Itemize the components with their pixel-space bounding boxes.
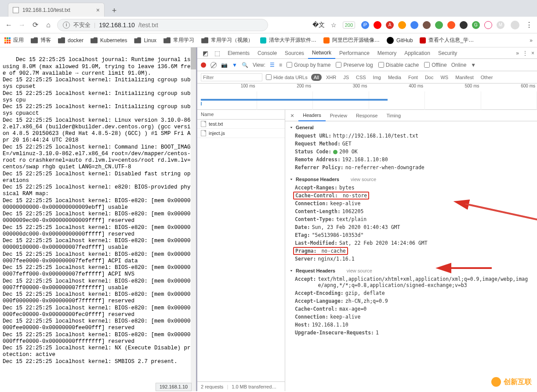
device-toggle-icon[interactable]: ⬚: [212, 50, 223, 57]
devtools-tab-performance[interactable]: Performance: [335, 47, 374, 59]
request-item[interactable]: inject.js: [197, 129, 285, 138]
bookmark-item[interactable]: 博客: [31, 36, 51, 44]
close-detail-icon[interactable]: ×: [287, 112, 298, 119]
devtools-menu-icon[interactable]: ⋮: [522, 50, 528, 56]
bookmark-item[interactable]: 查看个人信息_学…: [420, 36, 474, 44]
toolbar-checkbox[interactable]: Offline: [424, 62, 446, 68]
filter-type-doc[interactable]: Doc: [422, 74, 436, 81]
detail-tab-preview[interactable]: Preview: [326, 110, 352, 121]
extension-icon[interactable]: G: [472, 21, 480, 29]
filter-type-manifest[interactable]: Manifest: [453, 74, 476, 81]
new-tab-button[interactable]: +: [108, 4, 120, 17]
filter-type-img[interactable]: Img: [370, 74, 384, 81]
bookmark-item[interactable]: GitHub: [387, 37, 413, 44]
translate-icon[interactable]: �文: [312, 21, 325, 29]
star-icon[interactable]: ☆: [331, 22, 337, 29]
waterfall-icon[interactable]: ≡: [279, 62, 282, 68]
extension-icon[interactable]: [435, 21, 443, 29]
devtools-tab-memory[interactable]: Memory: [374, 47, 400, 59]
throttle-dropdown-icon[interactable]: ▼: [471, 62, 476, 68]
extension-icon[interactable]: [460, 21, 468, 29]
filter-type-font[interactable]: Font: [406, 74, 421, 81]
devtools-tab-network[interactable]: Network: [308, 47, 335, 59]
filter-type-media[interactable]: Media: [385, 74, 404, 81]
bookmark-item[interactable]: 常用学习: [163, 36, 194, 44]
profile-icon[interactable]: [511, 21, 519, 29]
extension-icon[interactable]: [410, 21, 418, 29]
close-devtools-icon[interactable]: ×: [531, 50, 534, 56]
extension-icon[interactable]: [423, 21, 431, 29]
browser-tab[interactable]: 192.168.1.10/test.txt ×: [8, 3, 105, 17]
filter-type-all[interactable]: All: [311, 74, 322, 81]
bookmark-item[interactable]: Kubernetes: [91, 37, 127, 44]
page-content[interactable]: Dec 15 22:25:25 localhost journal: Runti…: [0, 47, 196, 391]
view-source-link[interactable]: view source: [351, 177, 376, 182]
section-general[interactable]: General: [285, 123, 537, 132]
extension-icon[interactable]: [484, 21, 492, 29]
devtools-tab-application[interactable]: Application: [400, 47, 434, 59]
devtools-tab-console[interactable]: Console: [254, 47, 281, 59]
search-icon[interactable]: 🔍: [242, 62, 248, 68]
filter-bar: Hide data URLs AllXHRJSCSSImgMediaFontDo…: [197, 71, 537, 83]
header-row: Host: 192.168.1.10: [285, 321, 537, 329]
detail-tab-headers[interactable]: Headers: [298, 110, 326, 121]
extension-icon[interactable]: [447, 21, 455, 29]
record-button[interactable]: [201, 62, 206, 68]
bookmark-item[interactable]: docker: [58, 37, 83, 44]
request-list-header[interactable]: Name: [197, 110, 285, 120]
forward-button[interactable]: →: [18, 21, 26, 29]
watermark-logo-icon: [491, 377, 501, 387]
reload-button[interactable]: ⟳: [31, 21, 40, 29]
filter-type-css[interactable]: CSS: [353, 74, 369, 81]
toolbar-checkbox[interactable]: Preserve log: [336, 62, 373, 68]
extension-icon[interactable]: A: [386, 21, 394, 29]
extension-icon[interactable]: [398, 21, 406, 29]
header-row: Cache-Control: max-age=0: [285, 305, 537, 313]
home-button[interactable]: ⌂: [44, 21, 53, 29]
scrollbar[interactable]: [191, 47, 196, 391]
camera-icon[interactable]: 📷: [221, 62, 228, 68]
toolbar-checkbox[interactable]: Disable cache: [378, 62, 419, 68]
omnibox[interactable]: i 不安全 | 192.168.1.10/test.txt: [57, 19, 268, 31]
extension-icon[interactable]: iP: [361, 21, 369, 29]
detail-tab-response[interactable]: Response: [352, 110, 382, 121]
extension-icon[interactable]: M: [497, 21, 504, 29]
filter-input[interactable]: [201, 73, 262, 81]
menu-icon[interactable]: ⋮: [526, 21, 533, 29]
bookmark-item[interactable]: 应用: [4, 36, 24, 44]
view-source-link[interactable]: view source: [347, 268, 372, 273]
clear-button[interactable]: [210, 62, 217, 68]
info-icon[interactable]: i: [63, 22, 70, 29]
browser-tab-strip: 192.168.1.10/test.txt × +: [0, 0, 537, 17]
filter-type-ws[interactable]: WS: [438, 74, 451, 81]
detail-tab-timing[interactable]: Timing: [382, 110, 405, 121]
detail-tabs: × HeadersPreviewResponseTiming: [285, 110, 537, 121]
file-icon: [13, 7, 19, 13]
bookmarks-overflow[interactable]: »: [530, 37, 533, 44]
request-item[interactable]: test.txt: [197, 120, 285, 129]
bookmark-item[interactable]: 清华大学开源软件…: [260, 36, 316, 44]
close-icon[interactable]: ×: [96, 7, 100, 14]
section-response-headers[interactable]: Response Headers view source: [285, 175, 537, 184]
network-timeline[interactable]: 100 ms200 ms300 ms400 ms500 ms600 ms: [197, 83, 537, 110]
bookmark-item[interactable]: Linux: [134, 37, 156, 44]
filter-type-js[interactable]: JS: [341, 74, 352, 81]
hide-data-urls-checkbox[interactable]: Hide data URLs: [266, 74, 308, 80]
filter-type-xhr[interactable]: XHR: [323, 74, 339, 81]
more-tabs-icon[interactable]: »: [516, 50, 519, 56]
bookmark-item[interactable]: 常用学习（视频）: [201, 36, 253, 44]
zoom-level[interactable]: 200: [343, 22, 355, 29]
url-host: 192.168.1.10: [99, 22, 135, 29]
devtools-tab-sources[interactable]: Sources: [281, 47, 308, 59]
filter-icon[interactable]: ▼: [232, 62, 237, 68]
filter-type-other[interactable]: Other: [478, 74, 496, 81]
back-button[interactable]: ←: [4, 21, 13, 29]
extension-icon[interactable]: [374, 21, 381, 29]
large-view-icon[interactable]: ☰: [270, 62, 275, 68]
devtools-tab-security[interactable]: Security: [434, 47, 461, 59]
toolbar-checkbox[interactable]: Group by frame: [287, 62, 330, 68]
bookmark-item[interactable]: 阿里巴巴开源镜像…: [323, 36, 380, 44]
inspect-icon[interactable]: ◩: [200, 50, 211, 57]
section-request-headers[interactable]: Request Headers view source: [285, 266, 537, 275]
devtools-tab-elements[interactable]: Elements: [224, 47, 254, 59]
